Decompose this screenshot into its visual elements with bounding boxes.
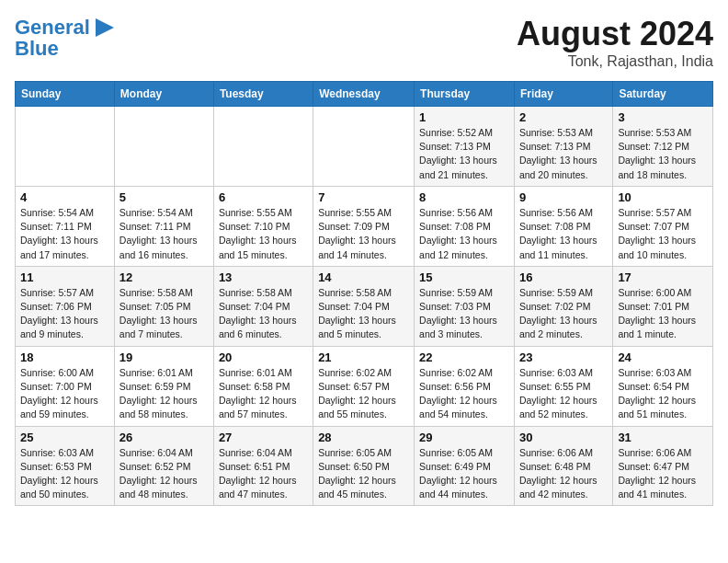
week-row-5: 25Sunrise: 6:03 AM Sunset: 6:53 PM Dayli… <box>16 426 713 506</box>
day-info: Sunrise: 5:57 AM Sunset: 7:07 PM Dayligh… <box>618 206 708 262</box>
day-header-wednesday: Wednesday <box>313 82 415 107</box>
day-cell: 6Sunrise: 5:55 AM Sunset: 7:10 PM Daylig… <box>213 186 313 266</box>
day-info: Sunrise: 5:55 AM Sunset: 7:10 PM Dayligh… <box>219 206 308 262</box>
day-cell: 13Sunrise: 5:58 AM Sunset: 7:04 PM Dayli… <box>213 266 313 346</box>
day-cell: 8Sunrise: 5:56 AM Sunset: 7:08 PM Daylig… <box>415 186 515 266</box>
day-header-tuesday: Tuesday <box>213 82 313 107</box>
day-cell: 26Sunrise: 6:04 AM Sunset: 6:52 PM Dayli… <box>114 426 213 506</box>
calendar-table: SundayMondayTuesdayWednesdayThursdayFrid… <box>15 81 713 506</box>
day-cell: 16Sunrise: 5:59 AM Sunset: 7:02 PM Dayli… <box>514 266 612 346</box>
day-cell: 25Sunrise: 6:03 AM Sunset: 6:53 PM Dayli… <box>16 426 115 506</box>
week-row-4: 18Sunrise: 6:00 AM Sunset: 7:00 PM Dayli… <box>16 346 713 426</box>
day-info: Sunrise: 5:56 AM Sunset: 7:08 PM Dayligh… <box>519 206 608 262</box>
day-number: 15 <box>419 270 509 284</box>
day-info: Sunrise: 6:03 AM Sunset: 6:54 PM Dayligh… <box>618 366 708 422</box>
day-number: 29 <box>419 431 509 444</box>
day-header-sunday: Sunday <box>16 82 115 107</box>
day-number: 6 <box>219 190 308 204</box>
day-number: 19 <box>119 350 209 364</box>
day-info: Sunrise: 6:00 AM Sunset: 7:00 PM Dayligh… <box>20 366 109 422</box>
logo-text: General <box>15 17 90 39</box>
day-cell: 11Sunrise: 5:57 AM Sunset: 7:06 PM Dayli… <box>16 266 115 346</box>
day-number: 16 <box>519 270 608 284</box>
week-row-2: 4Sunrise: 5:54 AM Sunset: 7:11 PM Daylig… <box>16 186 713 266</box>
day-number: 8 <box>419 190 509 204</box>
day-cell: 12Sunrise: 5:58 AM Sunset: 7:05 PM Dayli… <box>114 266 213 346</box>
day-cell: 31Sunrise: 6:06 AM Sunset: 6:47 PM Dayli… <box>613 426 713 506</box>
day-info: Sunrise: 5:58 AM Sunset: 7:04 PM Dayligh… <box>219 286 308 342</box>
header-row: SundayMondayTuesdayWednesdayThursdayFrid… <box>16 82 713 107</box>
day-cell: 4Sunrise: 5:54 AM Sunset: 7:11 PM Daylig… <box>16 186 115 266</box>
day-header-thursday: Thursday <box>415 82 515 107</box>
title-area: August 2024 Tonk, Rajasthan, India <box>517 15 713 70</box>
day-number: 3 <box>618 110 708 124</box>
day-cell: 10Sunrise: 5:57 AM Sunset: 7:07 PM Dayli… <box>613 186 713 266</box>
day-number: 26 <box>119 431 209 444</box>
day-number: 9 <box>519 190 608 204</box>
day-number: 5 <box>119 190 209 204</box>
day-cell: 2Sunrise: 5:53 AM Sunset: 7:13 PM Daylig… <box>514 107 612 187</box>
page-header: General Blue August 2024 Tonk, Rajasthan… <box>15 15 713 70</box>
day-info: Sunrise: 6:04 AM Sunset: 6:51 PM Dayligh… <box>219 446 308 502</box>
day-info: Sunrise: 6:02 AM Sunset: 6:56 PM Dayligh… <box>419 366 509 422</box>
day-cell: 27Sunrise: 6:04 AM Sunset: 6:51 PM Dayli… <box>213 426 313 506</box>
day-number: 24 <box>618 350 708 364</box>
day-number: 10 <box>618 190 708 204</box>
day-info: Sunrise: 5:58 AM Sunset: 7:05 PM Dayligh… <box>119 286 209 342</box>
day-header-monday: Monday <box>114 82 213 107</box>
day-info: Sunrise: 6:03 AM Sunset: 6:55 PM Dayligh… <box>519 366 608 422</box>
day-cell: 7Sunrise: 5:55 AM Sunset: 7:09 PM Daylig… <box>313 186 415 266</box>
day-info: Sunrise: 6:05 AM Sunset: 6:49 PM Dayligh… <box>419 446 509 502</box>
day-cell: 3Sunrise: 5:53 AM Sunset: 7:12 PM Daylig… <box>613 107 713 187</box>
day-info: Sunrise: 5:58 AM Sunset: 7:04 PM Dayligh… <box>318 286 409 342</box>
day-cell: 28Sunrise: 6:05 AM Sunset: 6:50 PM Dayli… <box>313 426 415 506</box>
day-number: 7 <box>318 190 409 204</box>
location: Tonk, Rajasthan, India <box>517 53 713 70</box>
day-info: Sunrise: 5:54 AM Sunset: 7:11 PM Dayligh… <box>119 206 209 262</box>
day-info: Sunrise: 6:05 AM Sunset: 6:50 PM Dayligh… <box>318 446 409 502</box>
day-cell: 24Sunrise: 6:03 AM Sunset: 6:54 PM Dayli… <box>613 346 713 426</box>
day-info: Sunrise: 5:53 AM Sunset: 7:12 PM Dayligh… <box>618 126 708 182</box>
day-cell: 15Sunrise: 5:59 AM Sunset: 7:03 PM Dayli… <box>415 266 515 346</box>
day-header-saturday: Saturday <box>613 82 713 107</box>
day-info: Sunrise: 5:56 AM Sunset: 7:08 PM Dayligh… <box>419 206 509 262</box>
day-number: 14 <box>318 270 409 284</box>
day-cell: 19Sunrise: 6:01 AM Sunset: 6:59 PM Dayli… <box>114 346 213 426</box>
day-cell <box>313 107 415 187</box>
day-info: Sunrise: 6:01 AM Sunset: 6:59 PM Dayligh… <box>119 366 209 422</box>
day-info: Sunrise: 6:06 AM Sunset: 6:48 PM Dayligh… <box>519 446 608 502</box>
day-cell: 1Sunrise: 5:52 AM Sunset: 7:13 PM Daylig… <box>415 107 515 187</box>
day-number: 17 <box>618 270 708 284</box>
day-number: 22 <box>419 350 509 364</box>
day-cell: 22Sunrise: 6:02 AM Sunset: 6:56 PM Dayli… <box>415 346 515 426</box>
day-number: 1 <box>419 110 509 124</box>
day-number: 18 <box>20 350 109 364</box>
day-info: Sunrise: 5:57 AM Sunset: 7:06 PM Dayligh… <box>20 286 109 342</box>
day-number: 12 <box>119 270 209 284</box>
svg-marker-0 <box>96 18 114 37</box>
day-number: 25 <box>20 431 109 444</box>
day-cell: 23Sunrise: 6:03 AM Sunset: 6:55 PM Dayli… <box>514 346 612 426</box>
day-cell: 17Sunrise: 6:00 AM Sunset: 7:01 PM Dayli… <box>613 266 713 346</box>
day-info: Sunrise: 6:03 AM Sunset: 6:53 PM Dayligh… <box>20 446 109 502</box>
day-number: 2 <box>519 110 608 124</box>
day-cell: 5Sunrise: 5:54 AM Sunset: 7:11 PM Daylig… <box>114 186 213 266</box>
day-cell <box>114 107 213 187</box>
day-cell: 20Sunrise: 6:01 AM Sunset: 6:58 PM Dayli… <box>213 346 313 426</box>
day-info: Sunrise: 5:52 AM Sunset: 7:13 PM Dayligh… <box>419 126 509 182</box>
day-number: 20 <box>219 350 308 364</box>
day-number: 30 <box>519 431 608 444</box>
day-cell: 9Sunrise: 5:56 AM Sunset: 7:08 PM Daylig… <box>514 186 612 266</box>
week-row-1: 1Sunrise: 5:52 AM Sunset: 7:13 PM Daylig… <box>16 107 713 187</box>
day-cell: 29Sunrise: 6:05 AM Sunset: 6:49 PM Dayli… <box>415 426 515 506</box>
day-number: 21 <box>318 350 409 364</box>
day-cell: 30Sunrise: 6:06 AM Sunset: 6:48 PM Dayli… <box>514 426 612 506</box>
day-cell: 18Sunrise: 6:00 AM Sunset: 7:00 PM Dayli… <box>16 346 115 426</box>
day-info: Sunrise: 6:02 AM Sunset: 6:57 PM Dayligh… <box>318 366 409 422</box>
day-cell: 21Sunrise: 6:02 AM Sunset: 6:57 PM Dayli… <box>313 346 415 426</box>
day-cell <box>213 107 313 187</box>
day-info: Sunrise: 5:59 AM Sunset: 7:03 PM Dayligh… <box>419 286 509 342</box>
day-info: Sunrise: 5:53 AM Sunset: 7:13 PM Dayligh… <box>519 126 608 182</box>
day-number: 4 <box>20 190 109 204</box>
day-info: Sunrise: 6:00 AM Sunset: 7:01 PM Dayligh… <box>618 286 708 342</box>
